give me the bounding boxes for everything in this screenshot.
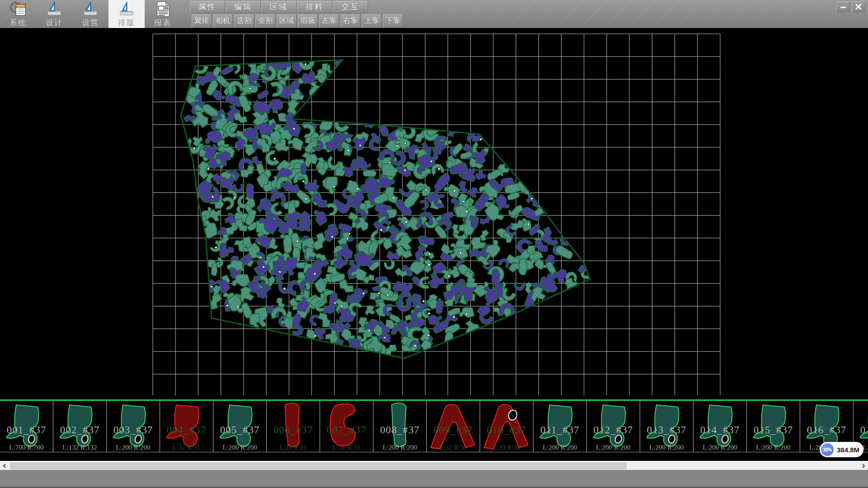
- tool-button-4[interactable]: 全割: [255, 14, 275, 28]
- piece-thumbnail-002[interactable]: 002_#37 L:132 R:132: [53, 401, 107, 452]
- nav-tab-system[interactable]: 系统: [0, 0, 36, 28]
- tool-button-7[interactable]: 左靠: [319, 14, 339, 28]
- piece-shape: [533, 401, 586, 452]
- tool-button-2[interactable]: 相机: [213, 14, 233, 28]
- tool-button-8[interactable]: 右靠: [340, 14, 360, 28]
- tool-button-3[interactable]: 选割: [234, 14, 254, 28]
- close-button[interactable]: [852, 1, 865, 12]
- piece-shape: [160, 401, 213, 452]
- minimize-icon: [840, 4, 846, 9]
- menu-item-1[interactable]: 属性: [190, 1, 225, 13]
- tool-button-5[interactable]: 区域: [277, 14, 297, 28]
- piece-thumbnail-012[interactable]: 012_#37 L:200 R:200: [587, 401, 640, 452]
- horizontal-scrollbar[interactable]: [0, 462, 868, 470]
- memory-usage-widget[interactable]: 38% 384.8M: [820, 442, 863, 457]
- piece-thumbnail-010[interactable]: 010_#37 L:33 R:33: [480, 401, 533, 452]
- piece-shape: [693, 401, 746, 452]
- piece-thumbnail-013[interactable]: 013_#37 L:200 R:200: [640, 401, 693, 452]
- chevron-left-icon: [3, 464, 6, 468]
- piece-thumbnail-strip: 001_#37 L:700 R:700 002_#37 L:132 R:132 …: [0, 401, 868, 452]
- gear-document-icon: [9, 1, 28, 17]
- main-nav-strip: 系统 设计 设置 排版 报表: [0, 0, 181, 28]
- piece-thumbnail-001[interactable]: 001_#37 L:700 R:700: [0, 401, 53, 452]
- report-icon: [153, 1, 172, 17]
- window-footer: [0, 470, 868, 488]
- piece-shape: [320, 401, 373, 452]
- piece-thumbnail-009[interactable]: 009_#37 L:32 R:31: [427, 401, 480, 452]
- piece-thumbnail-005[interactable]: 005_#37 L:200 R:200: [213, 401, 267, 452]
- window-controls: [836, 1, 865, 12]
- piece-thumbnail-015[interactable]: 015_#37 L:200 R:200: [747, 401, 800, 452]
- scroll-left-button[interactable]: [0, 462, 9, 470]
- nav-tab-label: 设计: [46, 18, 63, 28]
- piece-thumbnail-007[interactable]: 007_#37 L:31 R:31: [320, 401, 373, 452]
- nav-tab-design[interactable]: 设计: [36, 0, 72, 28]
- piece-thumbnail-003[interactable]: 003_#37 L:200 R:200: [107, 401, 160, 452]
- ruler-icon: [81, 1, 100, 17]
- tool-bar: 聚排相机选割全割区域瑕疵左靠右靠上靠下靠: [192, 14, 403, 28]
- nav-tab-report[interactable]: 报表: [145, 0, 181, 28]
- nav-tab-settings[interactable]: 设置: [72, 0, 108, 28]
- menu-item-4[interactable]: 排料: [297, 1, 332, 13]
- tool-button-10[interactable]: 下靠: [383, 14, 403, 28]
- tool-button-6[interactable]: 瑕疵: [298, 14, 318, 28]
- strip-gap: [0, 452, 868, 461]
- memory-percent-badge: 38%: [821, 443, 834, 456]
- application-window: 系统 设计 设置 排版 报表 属性编辑区域排料交互 聚排相机选割全割区域瑕疵左靠…: [0, 0, 868, 488]
- ruler-icon: [45, 1, 64, 17]
- nav-tab-layout[interactable]: 排版: [108, 0, 145, 28]
- scroll-right-button[interactable]: [859, 462, 868, 470]
- piece-thumbnail-006[interactable]: 006_#37 L:21 R:21: [267, 401, 320, 452]
- piece-thumbnail-011[interactable]: 011_#37 L:200 R:200: [533, 401, 587, 452]
- piece-thumbnail-014[interactable]: 014_#37 L:200 R:200: [693, 401, 747, 452]
- ruler-icon: [117, 1, 136, 17]
- piece-shape: [480, 401, 533, 452]
- nesting-canvas[interactable]: [0, 28, 868, 399]
- menu-bar: 属性编辑区域排料交互: [190, 1, 368, 13]
- nav-tab-label: 报表: [154, 18, 171, 28]
- piece-shape: [213, 401, 266, 452]
- piece-shape: [640, 401, 693, 452]
- nav-tab-label: 系统: [9, 18, 27, 28]
- toolbar: 系统 设计 设置 排版 报表 属性编辑区域排料交互 聚排相机选割全割区域瑕疵左靠…: [0, 0, 868, 28]
- piece-shape: [0, 401, 53, 452]
- scrollbar-thumb[interactable]: [10, 462, 627, 469]
- menu-item-2[interactable]: 编辑: [226, 1, 261, 13]
- piece-shape: [747, 401, 800, 452]
- piece-shape: [373, 401, 426, 452]
- close-icon: [855, 4, 862, 9]
- piece-shape: [427, 401, 480, 452]
- piece-thumbnail-008[interactable]: 008_#37 L:200 R:200: [373, 401, 427, 452]
- piece-shape: [587, 401, 640, 452]
- piece-shape: [267, 401, 320, 452]
- menu-item-5[interactable]: 交互: [333, 1, 368, 13]
- nested-pieces: [182, 50, 593, 360]
- tool-button-9[interactable]: 上靠: [362, 14, 382, 28]
- piece-thumbnail-004[interactable]: 004_#37 L:31 R:31: [160, 401, 213, 452]
- piece-shape: [53, 401, 106, 452]
- nav-tab-label: 设置: [82, 18, 99, 28]
- menu-item-3[interactable]: 区域: [261, 1, 297, 13]
- piece-shape: [107, 401, 160, 452]
- tool-button-1[interactable]: 聚排: [192, 14, 212, 28]
- nav-tab-label: 排版: [118, 18, 135, 28]
- minimize-button[interactable]: [836, 1, 850, 12]
- chevron-right-icon: [862, 464, 865, 468]
- memory-value: 384.8M: [837, 446, 859, 454]
